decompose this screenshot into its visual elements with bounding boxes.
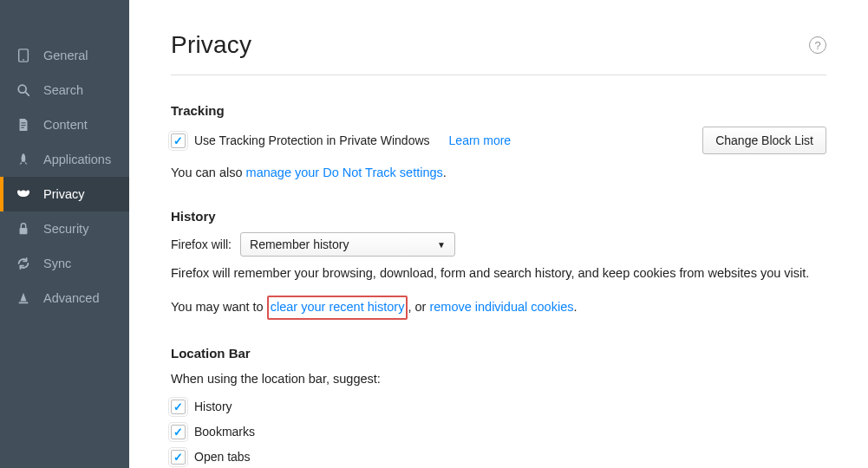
svg-rect-6 <box>21 127 24 128</box>
help-icon[interactable]: ? <box>809 36 826 54</box>
location-bar-when-using: When using the location bar, suggest: <box>171 369 826 389</box>
page-title: Privacy <box>171 31 251 59</box>
change-block-list-button[interactable]: Change Block List <box>702 127 826 154</box>
tablet-icon <box>16 48 31 63</box>
sidebar-item-content[interactable]: Content <box>0 107 129 142</box>
sidebar-item-sync[interactable]: Sync <box>0 246 129 281</box>
history-mode-value: Remember history <box>250 237 349 251</box>
sidebar: General Search Content Applications Priv… <box>0 0 129 468</box>
locbar-opentabs-checkbox[interactable] <box>171 450 186 465</box>
svg-point-1 <box>23 59 24 61</box>
sidebar-item-search[interactable]: Search <box>0 73 129 107</box>
locbar-bookmarks-label: Bookmarks <box>194 425 255 439</box>
sidebar-item-label: Security <box>43 222 88 236</box>
svg-rect-5 <box>21 125 25 126</box>
history-period: . <box>573 300 577 314</box>
clear-history-highlight: clear your recent history <box>267 296 408 319</box>
dnt-period: . <box>443 166 447 179</box>
search-icon <box>16 82 31 98</box>
sidebar-item-security[interactable]: Security <box>0 211 129 246</box>
tracking-protection-label: Use Tracking Protection in Private Windo… <box>194 133 430 147</box>
svg-rect-7 <box>20 228 28 234</box>
learn-more-link[interactable]: Learn more <box>449 133 512 147</box>
dnt-para: You can also manage your Do Not Track se… <box>171 163 826 183</box>
locbar-option-bookmarks: Bookmarks <box>171 425 826 439</box>
or-separator: , or <box>408 300 429 314</box>
sidebar-item-label: General <box>43 49 88 62</box>
wizard-hat-icon <box>16 290 31 306</box>
sidebar-item-advanced[interactable]: Advanced <box>0 281 129 315</box>
sync-icon <box>16 256 31 271</box>
svg-rect-4 <box>21 122 25 123</box>
tracking-section: Tracking Use Tracking Protection in Priv… <box>171 103 826 183</box>
history-mode-select[interactable]: Remember history ▼ <box>240 232 455 257</box>
location-bar-heading: Location Bar <box>171 346 826 361</box>
sidebar-item-privacy[interactable]: Privacy <box>0 177 129 211</box>
svg-line-3 <box>25 92 29 95</box>
history-actions-para: You may want to clear your recent histor… <box>171 296 826 319</box>
may-want-prefix: You may want to <box>171 300 267 314</box>
history-remember-text: Firefox will remember your browsing, dow… <box>171 263 826 283</box>
page-header: Privacy ? <box>171 31 826 75</box>
locbar-opentabs-label: Open tabs <box>194 450 251 464</box>
sidebar-item-applications[interactable]: Applications <box>0 142 129 177</box>
history-section: History Firefox will: Remember history ▼… <box>171 209 826 319</box>
locbar-history-label: History <box>194 400 232 413</box>
main-content: Privacy ? Tracking Use Tracking Protecti… <box>129 0 868 468</box>
sidebar-item-label: Privacy <box>43 187 85 201</box>
manage-dnt-link[interactable]: manage your Do Not Track settings <box>246 166 443 179</box>
tracking-heading: Tracking <box>171 103 826 118</box>
mask-icon <box>16 186 31 202</box>
remove-cookies-link[interactable]: remove individual cookies <box>429 300 573 314</box>
dnt-prefix: You can also <box>171 166 246 179</box>
chevron-down-icon: ▼ <box>437 240 446 250</box>
tracking-protection-checkbox[interactable] <box>171 133 186 148</box>
rocket-icon <box>16 152 31 167</box>
sidebar-item-general[interactable]: General <box>0 38 129 73</box>
sidebar-item-label: Content <box>43 118 88 132</box>
locbar-bookmarks-checkbox[interactable] <box>171 425 186 439</box>
locbar-history-checkbox[interactable] <box>171 400 186 414</box>
sidebar-item-label: Applications <box>43 153 111 166</box>
firefox-will-label: Firefox will: <box>171 237 232 251</box>
sidebar-item-label: Search <box>43 83 83 97</box>
history-heading: History <box>171 209 826 224</box>
lock-icon <box>16 221 31 237</box>
locbar-option-opentabs: Open tabs <box>171 450 826 465</box>
sidebar-item-label: Advanced <box>43 291 100 305</box>
document-icon <box>16 117 31 133</box>
location-bar-section: Location Bar When using the location bar… <box>171 346 826 468</box>
sidebar-item-label: Sync <box>43 257 71 270</box>
clear-recent-history-link[interactable]: clear your recent history <box>271 300 405 314</box>
locbar-option-history: History <box>171 400 826 414</box>
